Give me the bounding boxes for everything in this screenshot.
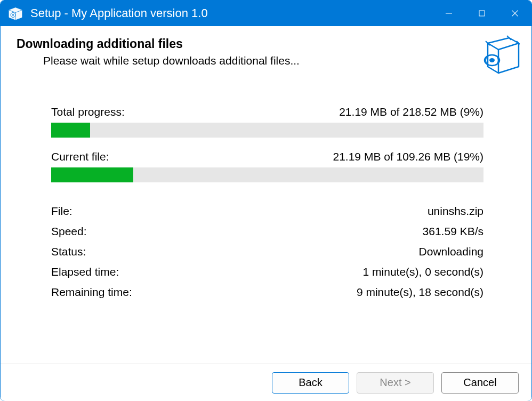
- next-button: Next >: [357, 372, 434, 394]
- remaining-value: 9 minute(s), 18 second(s): [357, 286, 483, 299]
- page-subheading: Please wait while setup downloads additi…: [17, 54, 515, 67]
- current-file-label: Current file:: [51, 150, 109, 163]
- page-heading: Downloading additional files: [17, 37, 515, 51]
- footer: Back Next > Cancel: [1, 364, 531, 401]
- total-progress-label: Total progress:: [51, 106, 125, 118]
- titlebar: Setup - My Application version 1.0: [1, 1, 531, 26]
- speed-label: Speed:: [51, 225, 87, 238]
- total-progress-bar: [51, 123, 483, 138]
- total-progress-block: Total progress: 21.19 MB of 218.52 MB (9…: [51, 106, 483, 138]
- current-progress-fill: [51, 167, 133, 182]
- minimize-button[interactable]: [432, 1, 465, 26]
- cancel-button[interactable]: Cancel: [441, 372, 519, 394]
- window-controls: [432, 1, 531, 26]
- back-button[interactable]: Back: [272, 372, 349, 394]
- content-area: Total progress: 21.19 MB of 218.52 MB (9…: [1, 74, 531, 317]
- elapsed-label: Elapsed time:: [51, 266, 119, 278]
- window-title: Setup - My Application version 1.0: [30, 6, 432, 20]
- svg-point-7: [490, 59, 494, 62]
- status-label: Status:: [51, 245, 86, 258]
- svg-rect-3: [479, 11, 485, 16]
- file-value: uninshs.zip: [428, 205, 483, 218]
- current-progress-bar: [51, 167, 483, 182]
- maximize-button[interactable]: [465, 1, 498, 26]
- header-area: Downloading additional files Please wait…: [1, 26, 531, 74]
- info-rows: File: uninshs.zip Speed: 361.59 KB/s Sta…: [51, 205, 483, 299]
- elapsed-value: 1 minute(s), 0 second(s): [363, 266, 483, 278]
- current-file-value: 21.19 MB of 109.26 MB (19%): [333, 150, 484, 163]
- remaining-label: Remaining time:: [51, 286, 132, 299]
- speed-value: 361.59 KB/s: [423, 225, 483, 238]
- app-icon: [7, 5, 24, 22]
- status-value: Downloading: [419, 245, 483, 258]
- svg-point-1: [12, 14, 14, 16]
- close-button[interactable]: [498, 1, 531, 26]
- total-progress-value: 21.19 MB of 218.52 MB (9%): [339, 106, 483, 118]
- current-progress-block: Current file: 21.19 MB of 109.26 MB (19%…: [51, 150, 483, 182]
- setup-box-icon: [472, 34, 521, 78]
- file-label: File:: [51, 205, 72, 218]
- total-progress-fill: [51, 123, 90, 138]
